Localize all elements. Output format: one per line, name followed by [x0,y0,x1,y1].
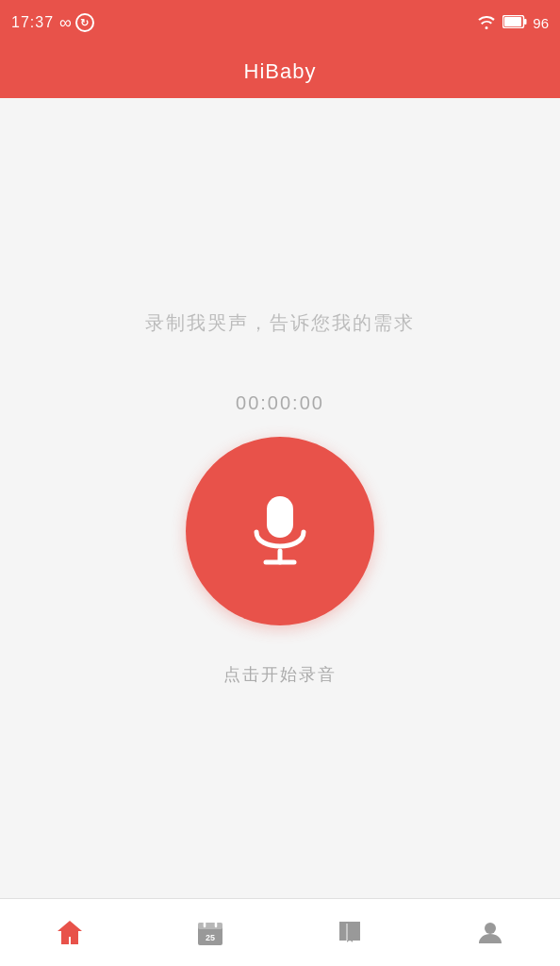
svg-rect-7 [198,923,222,929]
nav-item-book[interactable] [280,899,420,966]
status-time: 17:37 [11,14,54,31]
wifi-icon [476,14,497,32]
calendar-icon: 25 [195,918,225,948]
nav-item-calendar[interactable]: 25 [140,899,281,966]
status-bar: 17:37 ∞ ↻ 96 [0,0,560,45]
battery-icon [502,15,527,31]
timer-display: 00:00:00 [236,392,324,414]
record-button[interactable] [186,437,374,625]
profile-icon [475,918,505,948]
svg-rect-3 [267,496,293,538]
book-icon [335,918,365,948]
app-bar: HiBaby [0,45,560,98]
status-right: 96 [476,14,549,32]
main-content: 录制我哭声，告诉您我的需求 00:00:00 点击开始录音 [0,98,560,898]
status-left: 17:37 ∞ ↻ [11,13,94,33]
refresh-icon: ↻ [75,13,94,32]
svg-text:25: 25 [206,933,215,942]
app-title: HiBaby [244,59,317,84]
svg-point-12 [485,923,496,934]
battery-level: 96 [533,15,549,31]
nav-item-profile[interactable] [420,899,561,966]
microphone-icon [238,489,322,574]
home-icon [55,918,85,948]
subtitle-text: 录制我哭声，告诉您我的需求 [145,310,415,336]
bottom-nav: 25 [0,898,560,966]
svg-rect-2 [524,19,527,25]
nav-item-home[interactable] [0,899,140,966]
svg-rect-1 [504,17,521,26]
infinity-icon: ∞ [59,13,70,33]
tap-hint-text: 点击开始录音 [223,663,337,686]
